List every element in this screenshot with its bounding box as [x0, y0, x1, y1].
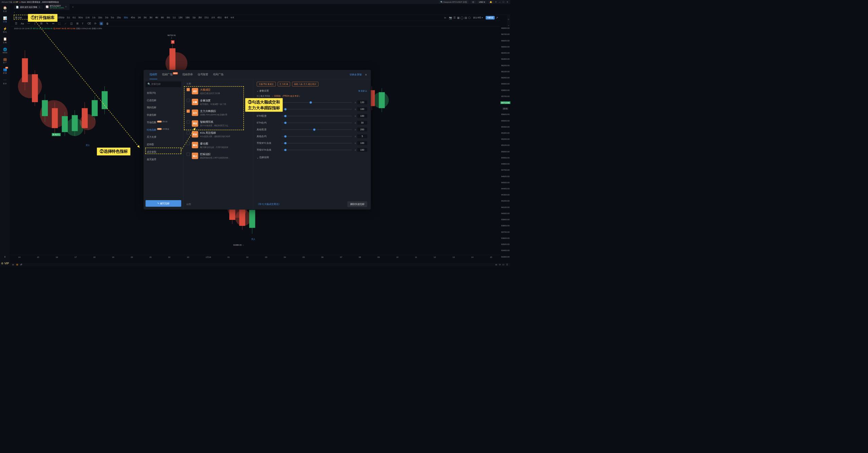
- timeframe-30分[interactable]: 30分: [122, 16, 130, 19]
- pro-upgrade-link[interactable]: → 1000条（PRO年会员专享）: [271, 95, 301, 97]
- slider-thumb[interactable]: [284, 149, 287, 151]
- draw-tool-13[interactable]: ⟳: [94, 22, 97, 25]
- timeframe-季K[interactable]: 季K: [223, 16, 229, 19]
- timeframe-16时[interactable]: 16时: [184, 16, 191, 19]
- sidebar-item-群聊[interactable]: 👥群聊44: [1, 67, 9, 75]
- indicator-item-大额成交[interactable]: ✓ 成交 大额成交追踪已成交的主力大单: [183, 86, 253, 97]
- sidebar-item-行情[interactable]: 📊行情: [1, 16, 9, 24]
- draw-tool-9[interactable]: ◫: [70, 22, 74, 25]
- category-成交量型[interactable]: 成交量型: [143, 148, 183, 156]
- open-window-icon[interactable]: ⎘: [494, 1, 497, 3]
- indicator-checkbox[interactable]: [186, 153, 190, 156]
- circle-icon[interactable]: ◯: [460, 16, 463, 19]
- layers-icon[interactable]: ▤: [465, 16, 467, 19]
- indicator-checkbox[interactable]: ✓: [186, 88, 190, 91]
- category-全部(70)[interactable]: 全部(70): [143, 89, 183, 97]
- slider-track[interactable]: [281, 116, 352, 116]
- draw-tool-5[interactable]: ✎: [45, 22, 49, 25]
- chevron-down-icon[interactable]: ⌄: [257, 90, 259, 92]
- learn-link[interactable]: 《学习大额成交用法》: [257, 203, 281, 206]
- slider-value[interactable]: 100: [357, 148, 367, 152]
- slider-track[interactable]: [281, 150, 352, 150]
- indicator-button[interactable]: ☰ 指标: [14, 16, 23, 19]
- draw-tool-6[interactable]: ⫘: [51, 22, 55, 25]
- sidebar-item-快讯[interactable]: ⚡快讯: [1, 26, 9, 34]
- slider-thumb[interactable]: [313, 128, 315, 130]
- timeframe-3日[interactable]: 3日: [66, 16, 72, 19]
- timeframe-1350秒[interactable]: 1350秒: [56, 16, 66, 19]
- fav-icon[interactable]: ☆: [508, 18, 510, 21]
- minimize-button[interactable]: —: [498, 1, 501, 3]
- modal-tab-指标广场[interactable]: 指标广场NEW: [160, 70, 180, 79]
- hex-icon[interactable]: ⬡: [468, 16, 470, 19]
- category-已选指标[interactable]: 已选指标: [143, 97, 183, 104]
- timeframe-1时[interactable]: 1时: [137, 16, 142, 19]
- bell-icon[interactable]: 🔔: [488, 0, 493, 3]
- timeframe-15分[interactable]: 15分: [116, 16, 123, 19]
- timeframe-1日[interactable]: 1日: [172, 16, 177, 19]
- category-我的指标[interactable]: 我的指标: [143, 104, 183, 111]
- indicator-checkbox[interactable]: [186, 131, 190, 134]
- indicator-checkbox[interactable]: ✓: [186, 110, 190, 113]
- camera-icon[interactable]: 📷: [449, 16, 452, 19]
- status-icon[interactable]: ⊡: [502, 263, 504, 265]
- slider-value[interactable]: 100: [357, 141, 367, 145]
- status-icon[interactable]: 🔆: [16, 263, 18, 265]
- timeframe-5分[interactable]: 5分: [110, 16, 116, 19]
- indicator-checkbox[interactable]: [186, 99, 190, 102]
- ai-interpret-button[interactable]: AI解读: [486, 16, 495, 20]
- timeframe-月K[interactable]: 月K: [210, 16, 216, 19]
- vip-icon[interactable]: ♔ VIP: [1, 262, 9, 265]
- sidebar-item-策略[interactable]: 📋策略: [1, 36, 9, 45]
- indicator-search[interactable]: 🔍 搜索指标: [145, 81, 181, 87]
- slider-value[interactable]: 200: [357, 128, 367, 132]
- draw-tool-3[interactable]: 丨: [33, 21, 37, 26]
- category-超买超卖[interactable]: 超买超卖: [143, 156, 183, 163]
- timeframe-1分[interactable]: 1分: [91, 16, 97, 19]
- category-趋势型[interactable]: 趋势型: [143, 141, 183, 148]
- indicator-item-智能撑压线[interactable]: 撑压 智能撑压线基于市场深度，标记支撑压力位: [183, 118, 253, 129]
- clock-icon[interactable]: ◷: [471, 0, 476, 3]
- timeframe-8时[interactable]: 8时: [165, 16, 171, 19]
- sidebar-item-资产[interactable]: 💼资产: [1, 56, 9, 65]
- modal-tab-指标库[interactable]: 指标库: [147, 70, 160, 79]
- list-icon[interactable]: ☰: [453, 16, 456, 19]
- timeframe-年K[interactable]: 年K: [229, 16, 235, 19]
- timeframe-12时[interactable]: 12时: [177, 16, 184, 19]
- slider-thumb[interactable]: [284, 115, 287, 117]
- status-icon[interactable]: ☰: [506, 263, 508, 265]
- draw-tool-2[interactable]: 〰: [27, 22, 31, 25]
- timeframe-90分[interactable]: 90分: [77, 16, 84, 19]
- timeframe-6日[interactable]: 6日: [72, 16, 77, 19]
- draw-tool-7[interactable]: ⬚: [57, 22, 61, 25]
- timeframe-周K[interactable]: 周K: [197, 16, 203, 19]
- filter-tag[interactable]: 画线工具-主力成交统计: [292, 82, 318, 87]
- share-icon[interactable]: ↗: [496, 16, 498, 19]
- timeframe-6时[interactable]: 6时: [160, 16, 165, 19]
- indicator-checkbox[interactable]: [186, 120, 190, 124]
- timeframe-2时[interactable]: 2时: [142, 16, 148, 19]
- draw-tool-15[interactable]: 🗑: [105, 22, 109, 25]
- slider-thumb[interactable]: [284, 135, 287, 137]
- back-icon[interactable]: ‹: [14, 11, 15, 14]
- indicator-item-KOL关注指标[interactable]: 机会 KOL关注指标KOL提及次数，提前跟住他们动作: [183, 129, 253, 140]
- timeframe-10分[interactable]: 10分: [97, 16, 104, 19]
- draw-tool-12[interactable]: ⌫: [86, 22, 92, 25]
- delete-shortcut-button[interactable]: 删除快捷指标: [347, 201, 367, 207]
- maximize-button[interactable]: ☐: [502, 1, 505, 3]
- draw-tool-11[interactable]: T: [81, 22, 84, 25]
- timeframe-3分[interactable]: 3分: [104, 16, 110, 19]
- modal-tab-信号预警[interactable]: 信号预警: [195, 70, 211, 79]
- slider-thumb[interactable]: [284, 121, 287, 124]
- timeframe-15日[interactable]: 15日: [203, 16, 210, 19]
- draw-tool-1[interactable]: Aa: [20, 22, 25, 25]
- global-search[interactable]: 🔍 Deepcoin BTC/USDT 永续: [439, 0, 468, 4]
- timeframe-1秒[interactable]: 1秒: [191, 16, 197, 19]
- layout-selector[interactable]: 默认布局 ▾: [472, 16, 485, 20]
- status-icon[interactable]: ⊞: [495, 263, 497, 265]
- modal-close-button[interactable]: ✕: [365, 73, 367, 76]
- chevron-down-icon[interactable]: ⌄: [257, 156, 259, 159]
- timeframe-日时[interactable]: 日时: [84, 16, 91, 19]
- write-indicator-button[interactable]: ✎ 编写指标: [145, 200, 181, 207]
- promo-text[interactable]: ●Bybit: $50注册体验金，$30000储值体验金: [19, 1, 59, 3]
